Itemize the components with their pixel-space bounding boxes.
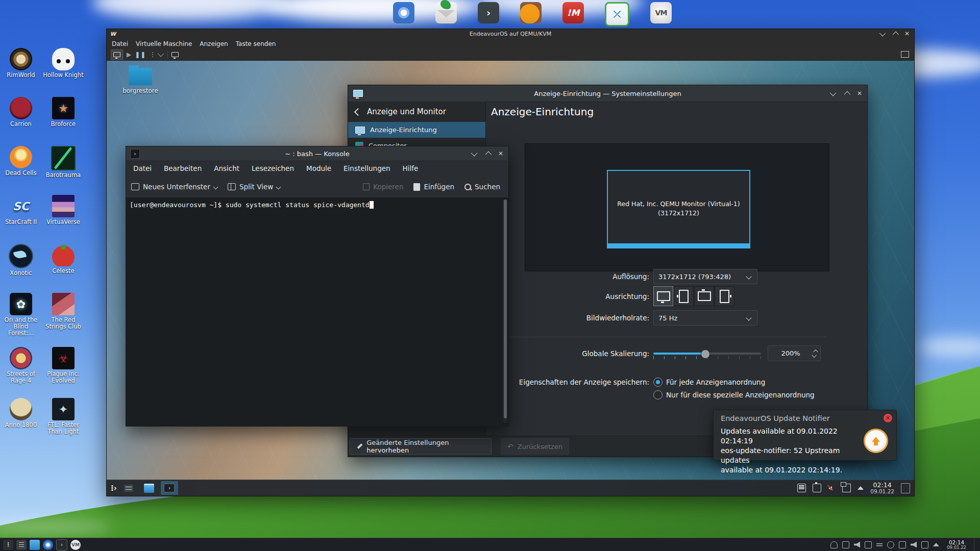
play-button[interactable]: ▶ — [127, 51, 131, 58]
desktop-icon-rimworld[interactable]: ★RimWorld — [0, 48, 42, 79]
host-task-chromium[interactable] — [43, 540, 53, 550]
desktop-icon-streets-of-rage4[interactable]: Streets of Rage 4 — [0, 347, 42, 384]
notifications-bell-icon[interactable] — [830, 541, 838, 548]
virtual-display-icon[interactable] — [172, 52, 179, 57]
pause-button[interactable]: ❚❚ — [135, 51, 146, 58]
desktop-icon-hollow-knight[interactable]: Hollow Knight — [42, 48, 84, 79]
audio-icon[interactable] — [854, 542, 860, 548]
slider-handle[interactable] — [701, 349, 710, 359]
konsole-titlebar[interactable]: › ~ : bash — Konsole ✕ — [126, 146, 508, 161]
split-view-button[interactable]: Split View — [223, 183, 285, 191]
search-button[interactable]: Suchen — [459, 183, 508, 191]
settings-close-icon[interactable]: ✕ — [857, 91, 862, 96]
nomachine-icon[interactable]: !M — [562, 2, 584, 23]
network-icon[interactable] — [899, 541, 906, 548]
vm-menu-datei[interactable]: Datei — [112, 40, 128, 47]
orientation-landscape-button[interactable] — [653, 286, 673, 306]
host-task-konsole[interactable]: › — [56, 539, 67, 550]
resolution-dropdown[interactable]: 3172x1712 (793:428) — [653, 269, 757, 284]
task-systemsettings[interactable] — [120, 481, 137, 495]
virt-manager-icon[interactable]: VM — [650, 2, 672, 23]
konsole-menu-einstellungen[interactable]: Einstellungen — [344, 164, 390, 172]
desktop-icon-xonotic[interactable]: Xonotic — [0, 244, 42, 277]
desktop-icon-celeste[interactable]: Celeste — [42, 244, 84, 274]
vm-menu-anzeigen[interactable]: Anzeigen — [200, 40, 228, 47]
task-dolphin[interactable] — [140, 481, 158, 495]
konsole-menu-ansicht[interactable]: Ansicht — [214, 164, 239, 172]
show-desktop-button[interactable] — [974, 538, 977, 551]
tray-expand-icon[interactable] — [933, 543, 939, 546]
desktop-icon-anno1800[interactable]: Anno 1800 — [0, 398, 42, 429]
usb-device-icon[interactable] — [865, 541, 872, 548]
task-konsole[interactable]: › — [161, 481, 178, 495]
display-icon[interactable] — [921, 541, 928, 548]
fullscreen-button[interactable] — [901, 51, 909, 58]
konsole-close-icon[interactable]: ✕ — [498, 152, 503, 156]
volume-muted-icon[interactable] — [828, 484, 836, 492]
konsole-menu-hilfe[interactable]: Hilfe — [403, 164, 419, 172]
desktop-icon-ori[interactable]: ✿Ori and the Blind Forest:... — [0, 293, 42, 337]
vm-menu-taste-senden[interactable]: Taste senden — [236, 40, 276, 47]
claws-mail-icon[interactable] — [435, 2, 457, 23]
desktop-icon-plague-inc[interactable]: ☣Plague Inc: Evolved — [42, 347, 84, 384]
clipboard-icon[interactable] — [797, 484, 806, 492]
paste-button[interactable]: Einfügen — [408, 183, 459, 191]
terminal-area[interactable]: [user@endeavourosvm ~]$ sudo systemctl s… — [126, 197, 508, 426]
terminal-icon[interactable]: › — [478, 2, 499, 23]
lutris-icon[interactable] — [520, 2, 542, 23]
sidebar-back-header[interactable]: Anzeige und Monitor — [348, 102, 485, 122]
show-desktop-button[interactable] — [901, 483, 910, 493]
konsole-menu-bearbeiten[interactable]: Bearbeiten — [164, 164, 202, 172]
copy-button[interactable]: Kopieren — [358, 183, 408, 191]
application-launcher-icon[interactable]: ⁝› — [111, 484, 117, 493]
konsole-menu-datei[interactable]: Datei — [133, 164, 152, 172]
orientation-portrait-right-button[interactable] — [715, 286, 734, 306]
chromium-icon[interactable] — [393, 2, 414, 23]
desktop-icon-ftl[interactable]: ✦FTL: Faster Than Light — [42, 398, 84, 435]
reset-button[interactable]: ↶ Zurücksetzen — [501, 438, 569, 455]
host-clock[interactable]: 02:14 09.01.22 — [944, 540, 969, 550]
guest-clock[interactable]: 02:14 09.01.22 — [870, 482, 894, 494]
back-arrow-icon[interactable] — [354, 108, 362, 116]
global-scale-slider[interactable] — [653, 348, 761, 359]
desktop-icon-starcraft2[interactable]: SCStarCraft II — [0, 195, 42, 226]
tray-expand-icon[interactable] — [857, 486, 864, 490]
host-launcher-icon[interactable]: ⋮ — [3, 540, 13, 550]
konsole-menu-lesezeichen[interactable]: Lesezeichen — [252, 164, 294, 172]
settings-titlebar[interactable]: Anzeige-Einrichtung — Systemeinstellunge… — [348, 85, 867, 102]
vm-titlebar[interactable]: W EndeavourOS auf QEMU/KVM ✕ — [107, 29, 914, 39]
host-task-virt-manager[interactable]: VM — [70, 540, 81, 550]
bluetooth-icon[interactable] — [887, 541, 894, 548]
remote-viewer-icon[interactable]: ⤫ — [605, 2, 629, 27]
desktop-folder-borgrestore[interactable]: borgrestore — [118, 68, 163, 94]
usb-device-icon[interactable] — [813, 484, 821, 492]
refresh-dropdown[interactable]: 75 Hz — [653, 310, 757, 325]
notification-close-icon[interactable]: ✕ — [884, 414, 892, 422]
display-layout-icon[interactable] — [842, 484, 851, 492]
volume-icon[interactable] — [911, 542, 917, 548]
desktop-icon-carrion[interactable]: Carrion — [0, 97, 42, 128]
scale-spinbox[interactable]: 200% — [768, 345, 821, 361]
highlight-changed-settings-button[interactable]: Geänderte Einstellungen hervorheben — [350, 438, 492, 455]
clipboard-icon[interactable] — [842, 541, 849, 548]
radio-specific-arrangement[interactable] — [653, 390, 663, 399]
konsole-menu-module[interactable]: Module — [306, 164, 331, 172]
desktop-icon-dead-cells[interactable]: Dead Cells — [0, 146, 42, 177]
desktop-icon-red-strings-club[interactable]: The Red Strings Club — [42, 293, 84, 330]
orientation-landscape-flipped-button[interactable] — [694, 286, 714, 306]
desktop-icon-broforce[interactable]: ★Broforce — [42, 97, 84, 128]
monitor-preview[interactable]: Red Hat, Inc. QEMU Monitor (Virtual-1) (… — [607, 170, 750, 248]
list-icon[interactable] — [876, 542, 883, 548]
desktop-icon-virtuaverse[interactable]: VirtuaVerse — [42, 195, 84, 226]
sidebar-item-anzeige-einrichtung[interactable]: Anzeige-Einrichtung — [348, 122, 485, 138]
radio-every-arrangement[interactable] — [653, 378, 663, 387]
vm-menu-virtuelle-maschine[interactable]: Virtuelle Maschine — [136, 40, 192, 47]
shutdown-menu-caret-icon[interactable] — [158, 51, 164, 57]
orientation-portrait-left-button[interactable] — [674, 286, 694, 306]
console-display-button[interactable] — [111, 49, 123, 60]
desktop-icon-barotrauma[interactable]: Barotrauma — [42, 146, 84, 179]
host-task-files[interactable] — [30, 540, 40, 550]
terminal-scrollbar[interactable] — [503, 199, 507, 423]
scrollbar-thumb[interactable] — [504, 199, 507, 418]
shutdown-button[interactable]: ⋮ — [150, 51, 156, 58]
